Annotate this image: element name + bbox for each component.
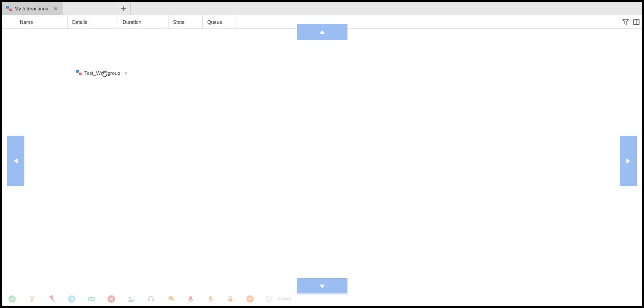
column-label: Duration bbox=[123, 19, 142, 25]
column-label: Queue bbox=[207, 19, 222, 25]
column-label: Name bbox=[20, 19, 33, 25]
interactions-icon bbox=[76, 70, 82, 76]
column-header-state[interactable]: State bbox=[169, 15, 203, 28]
tab-bar: My Interactions bbox=[2, 2, 642, 15]
svg-marker-11 bbox=[320, 285, 325, 288]
private-icon[interactable] bbox=[226, 295, 234, 303]
svg-rect-30 bbox=[148, 299, 150, 302]
close-icon[interactable] bbox=[54, 6, 58, 11]
main-content-area: Test_Workgroup × bbox=[4, 31, 640, 291]
svg-point-26 bbox=[129, 297, 131, 299]
record-indicator bbox=[266, 296, 272, 302]
svg-rect-19 bbox=[88, 297, 95, 301]
columns-icon[interactable] bbox=[632, 18, 640, 26]
svg-rect-32 bbox=[189, 296, 192, 299]
record-label: Record bbox=[278, 297, 291, 301]
svg-rect-36 bbox=[228, 299, 232, 301]
dock-top-button[interactable] bbox=[297, 24, 347, 40]
svg-rect-14 bbox=[76, 70, 79, 73]
interactions-icon bbox=[6, 6, 12, 11]
cursor-grab-icon bbox=[100, 69, 110, 78]
close-icon[interactable]: × bbox=[125, 70, 128, 76]
tab-my-interactions[interactable]: My Interactions bbox=[2, 2, 63, 15]
pause-record-icon[interactable] bbox=[206, 295, 215, 303]
svg-marker-6 bbox=[623, 19, 628, 24]
svg-rect-1 bbox=[9, 9, 12, 11]
coach-icon[interactable] bbox=[167, 295, 175, 303]
column-header-name[interactable]: Name bbox=[2, 15, 68, 28]
dock-bottom-button[interactable] bbox=[297, 278, 347, 294]
column-header-queue[interactable]: Queue bbox=[203, 15, 237, 28]
listen-icon[interactable] bbox=[147, 295, 155, 303]
column-label: Details bbox=[72, 19, 87, 25]
svg-rect-15 bbox=[79, 73, 82, 75]
transfer-icon[interactable] bbox=[68, 295, 76, 303]
tab-label: My Interactions bbox=[14, 6, 48, 11]
column-header-duration[interactable]: Duration bbox=[118, 15, 169, 28]
svg-marker-13 bbox=[626, 158, 630, 164]
svg-marker-10 bbox=[320, 30, 325, 34]
bottom-toolbar: Record bbox=[4, 293, 640, 304]
tab-empty-slot bbox=[63, 2, 117, 15]
pickup-icon[interactable] bbox=[8, 295, 16, 303]
dnd-icon[interactable] bbox=[246, 295, 254, 303]
filter-icon[interactable] bbox=[621, 18, 630, 26]
disconnect-icon[interactable] bbox=[107, 295, 115, 303]
column-header-details[interactable]: Details bbox=[68, 15, 118, 28]
dock-left-button[interactable] bbox=[7, 136, 24, 186]
add-tab-button[interactable] bbox=[117, 2, 131, 15]
dock-right-button[interactable] bbox=[620, 136, 637, 186]
hold-icon[interactable] bbox=[28, 295, 36, 303]
svg-rect-34 bbox=[209, 296, 212, 299]
join-icon[interactable] bbox=[127, 295, 135, 303]
svg-rect-0 bbox=[6, 6, 9, 9]
svg-rect-31 bbox=[152, 299, 154, 302]
svg-marker-12 bbox=[14, 158, 18, 164]
voicemail-icon[interactable] bbox=[87, 295, 96, 303]
column-label: State bbox=[173, 19, 185, 25]
mute-icon[interactable] bbox=[48, 295, 56, 303]
record-icon[interactable] bbox=[187, 295, 195, 303]
